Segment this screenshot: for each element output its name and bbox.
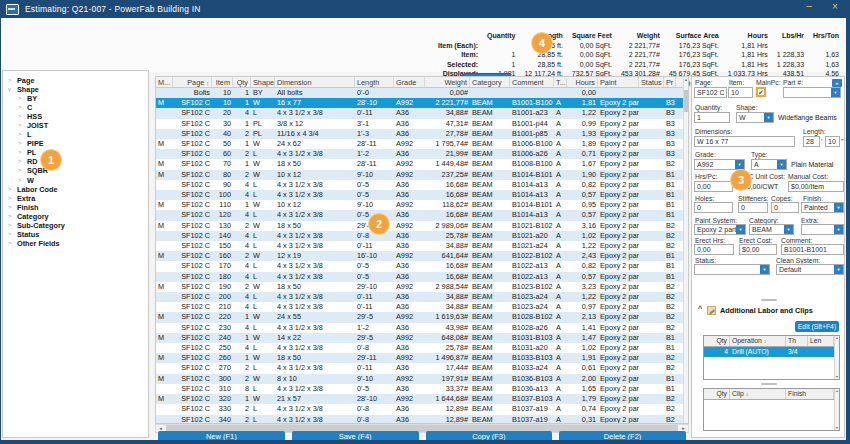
table-row[interactable]: SF102 C 340 2 L 4 x 3 1/2 x 3/8 0'-8 A36… — [156, 415, 688, 425]
expander-icon[interactable]: > — [8, 230, 17, 239]
expander-icon[interactable]: v — [8, 85, 17, 94]
chevron-down-icon[interactable]: ▼ — [834, 265, 843, 274]
col-clip-qty[interactable]: Qty — [704, 389, 730, 399]
table-row[interactable]: SF102 C 30 1 PL 3/8 x 12 3'-1 A36 47,31#… — [156, 119, 688, 129]
expander-icon[interactable]: > — [18, 166, 27, 175]
table-row[interactable]: SF102 C 60 2 L 4 x 3 1/2 x 3/8 1'-2 A36 … — [156, 149, 688, 159]
tree-item[interactable]: > BY — [3, 94, 148, 103]
chevron-down-icon[interactable]: ▼ — [736, 225, 745, 234]
scroll-down-icon[interactable]: ▼ — [835, 375, 839, 379]
expander-icon[interactable]: > — [18, 139, 27, 148]
erect-hrs-field[interactable]: 0,00 — [694, 244, 734, 255]
table-row[interactable]: M SF102 C 130 2 W 18 x 50 29'-10 A992 2 … — [156, 221, 688, 231]
table-row[interactable]: SF102 C 270 2 L 4 x 3 1/2 x 3/8 0'-11 A3… — [156, 363, 688, 373]
col-t[interactable]: T... — [554, 77, 567, 87]
copes-field[interactable]: 0 — [771, 202, 799, 213]
tree-item[interactable]: > Page — [3, 76, 148, 85]
splitter-handle[interactable] — [761, 383, 777, 385]
expander-icon[interactable]: > — [8, 185, 17, 194]
table-row[interactable]: M SF102 C 110 1 W 10 x 12 9'-10 A992 118… — [156, 200, 688, 210]
table-row[interactable]: M SF102 C 240 1 W 14 x 22 29'-5 A992 648… — [156, 333, 688, 343]
expander-icon[interactable]: > — [8, 76, 17, 85]
expander-icon[interactable]: > — [18, 121, 27, 130]
tree-item[interactable]: > PIPE — [3, 139, 148, 148]
collapse-panel-button[interactable]: « — [832, 79, 842, 87]
col-item[interactable]: Item — [212, 77, 233, 87]
col-clip[interactable]: Clip↕ — [730, 389, 786, 399]
table-row[interactable]: SF102 C 90 4 L 4 x 3 1/2 x 3/8 0'-5 A36 … — [156, 180, 688, 190]
tree-item[interactable]: v Shape — [3, 85, 148, 94]
table-row[interactable]: M SF102 C 70 1 W 18 x 50 28'-11 A992 1 4… — [156, 159, 688, 169]
part-select[interactable]: ▼ — [783, 87, 841, 98]
table-row[interactable]: SF102 C 330 2 L 4 x 3 1/2 x 3/8 0'-8 A36… — [156, 404, 688, 414]
table-row[interactable]: M SF102 C 50 1 W 24 x 62 28'-11 A992 1 7… — [156, 139, 688, 149]
table-row[interactable]: M SF102 C 190 2 W 18 x 50 29'-10 A992 2 … — [156, 282, 688, 292]
tree-item[interactable]: > W — [3, 176, 148, 185]
expander-icon[interactable]: > — [8, 194, 17, 203]
holes-field[interactable]: 0 — [694, 202, 733, 213]
tree-item[interactable]: > Extra — [3, 194, 148, 203]
tree-item[interactable]: > Status — [3, 230, 148, 239]
table-row[interactable]: M SF102 C 260 1 W 18 x 50 29'-11 A992 1 … — [156, 353, 688, 363]
scroll-down-icon[interactable]: ▼ — [835, 426, 839, 430]
quantity-field[interactable]: 1 — [694, 112, 730, 123]
minimize-button[interactable]: – — [802, 0, 816, 11]
col-op-qty[interactable]: Qty — [704, 336, 730, 346]
tree-item[interactable]: > Category — [3, 212, 148, 221]
table-row[interactable]: Bolts 10 1 BY All bolts 0'-0 0,00# 0,00 — [156, 88, 688, 98]
table-row[interactable]: SF102 C 200 4 L 4 x 3 1/2 x 3/8 0'-11 A3… — [156, 292, 688, 302]
tree-item[interactable]: > Sub-Category — [3, 221, 148, 230]
chevron-down-icon[interactable]: ▼ — [834, 203, 843, 212]
scroll-up-icon[interactable]: ▲ — [835, 336, 838, 340]
scroll-up-icon[interactable]: ▲ — [835, 389, 838, 393]
tree-item[interactable]: > Finish — [3, 203, 148, 212]
expander-icon[interactable]: > — [18, 148, 27, 157]
col-comment[interactable]: Comment — [510, 77, 554, 87]
col-shape[interactable]: Shape — [251, 77, 275, 87]
collapse-section-icon[interactable]: ^ — [698, 305, 702, 312]
table-row[interactable]: SF102 C 230 4 L 4 x 3 1/2 x 3/8 1'-2 A36… — [156, 323, 688, 333]
expander-icon[interactable]: > — [18, 157, 27, 166]
tree-item[interactable]: > RD — [3, 157, 148, 166]
col-page[interactable]: Page↕ — [173, 77, 212, 87]
table-row[interactable]: SF102 C 180 4 L 4 x 3 1/2 x 3/8 0'-5 A36… — [156, 272, 688, 282]
stiffeners-field[interactable]: 0 — [738, 202, 768, 213]
chevron-down-icon[interactable]: ▼ — [834, 225, 843, 234]
expander-icon[interactable]: > — [18, 130, 27, 139]
erect-cost-field[interactable]: $0,00 — [739, 244, 777, 255]
tree-item[interactable]: > PL — [3, 148, 148, 157]
expander-icon[interactable]: > — [18, 103, 27, 112]
col-op-th[interactable]: Th — [786, 336, 808, 346]
status-select[interactable]: ▼ — [694, 264, 770, 275]
tree-item[interactable]: > Labor Code — [3, 185, 148, 194]
chevron-down-icon[interactable]: ▼ — [760, 265, 769, 274]
expander-icon[interactable]: > — [18, 176, 27, 185]
tree-item[interactable]: > L — [3, 130, 148, 139]
table-row[interactable]: M SF102 C 220 1 W 24 x 55 29'-5 A992 1 6… — [156, 312, 688, 322]
scroll-up-icon[interactable]: ▲ — [684, 77, 688, 83]
table-row[interactable]: M SF102 C 160 2 W 12 x 19 16'-10 A992 64… — [156, 251, 688, 261]
operation-row[interactable]: 4 Drill (AUTO) 3/4 — [704, 347, 839, 357]
tree-item[interactable]: > Other Fields — [3, 239, 148, 248]
col-length[interactable]: Length — [355, 77, 394, 87]
col-operation[interactable]: Operation↕ — [730, 336, 786, 346]
manual-cost-field[interactable]: $0,00/Item — [788, 181, 844, 192]
table-row[interactable]: SF102 C 250 4 L 4 x 3 1/2 x 3/8 0'-8 A36… — [156, 343, 688, 353]
col-dimension[interactable]: Dimension — [275, 77, 355, 87]
col-hours[interactable]: Hours — [567, 77, 598, 87]
table-row[interactable]: SF102 C 100 4 L 4 x 3 1/2 x 3/8 0'-5 A36… — [156, 190, 688, 200]
paint-system-select[interactable]: Epoxy 2 part▼ — [694, 224, 746, 235]
table-row[interactable]: SF102 C 20 4 L 4 x 3 1/2 x 3/8 0'-11 A36… — [156, 108, 688, 118]
tree-item[interactable]: > HSS — [3, 112, 148, 121]
tree-item[interactable]: > SQBR — [3, 166, 148, 175]
col-qty[interactable]: Qty — [233, 77, 251, 87]
table-row[interactable]: SF102 C 170 4 L 4 x 3 1/2 x 3/8 0'-5 A36… — [156, 261, 688, 271]
extra-select[interactable]: ▼ — [801, 224, 844, 235]
finish-select[interactable]: Painted▼ — [801, 202, 844, 213]
table-row[interactable]: M SF102 C 300 2 W 8 x 10 9'-10 A992 197,… — [156, 374, 688, 384]
table-row[interactable]: M SF102 C 80 2 W 10 x 12 9'-10 A992 237,… — [156, 170, 688, 180]
tree-item[interactable]: > C — [3, 103, 148, 112]
table-row[interactable]: SF102 C 120 4 L 4 x 3 1/2 x 3/8 0'-5 A36… — [156, 210, 688, 220]
col-status[interactable]: Status — [639, 77, 664, 87]
dimensions-field[interactable]: W 16 x 77 — [694, 136, 795, 147]
